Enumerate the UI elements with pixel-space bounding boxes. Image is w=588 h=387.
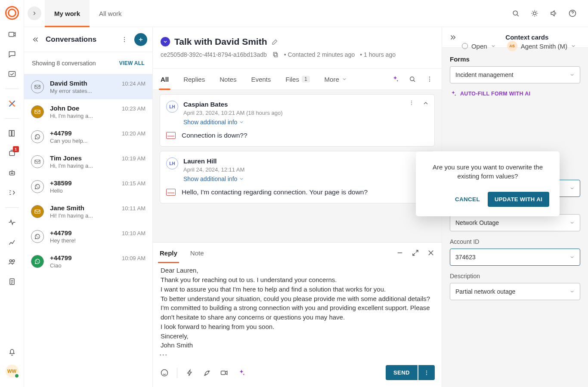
status-dropdown[interactable]: Open: [462, 43, 496, 50]
rail-people-icon[interactable]: [7, 257, 17, 267]
mail-icon: [31, 205, 44, 218]
composer-tab-reply[interactable]: Reply: [160, 243, 177, 263]
video-icon[interactable]: [220, 368, 229, 378]
edit-title-icon[interactable]: [271, 38, 279, 46]
search-icon[interactable]: [511, 8, 521, 18]
show-additional-info-link[interactable]: Show additional info: [183, 175, 244, 182]
rail-outbound-icon[interactable]: [7, 29, 17, 40]
rail-user-avatar[interactable]: WW: [6, 365, 19, 378]
svg-point-24: [429, 77, 430, 77]
launch-icon[interactable]: [202, 368, 212, 378]
app-logo[interactable]: [5, 6, 19, 20]
thread-more-icon[interactable]: [425, 75, 434, 83]
copy-uuid-icon[interactable]: [272, 51, 279, 58]
sender-line: Lauren Hill: [183, 157, 244, 165]
conversation-row[interactable]: John Doe10:23 AMHi, I'm having a...: [24, 99, 152, 124]
emoji-icon[interactable]: [160, 368, 169, 378]
tab-all[interactable]: All: [161, 69, 169, 89]
composer-signature-dots: •••: [160, 353, 435, 357]
tab-more[interactable]: More: [325, 69, 347, 89]
description-label: Description: [450, 273, 580, 280]
confirm-popover: Are you sure you want to overwrite the e…: [416, 151, 560, 216]
mail-icon: [31, 80, 44, 93]
send-more-button[interactable]: [418, 365, 435, 380]
conversation-name: Jane Smith: [50, 204, 84, 212]
composer-textarea[interactable]: Dear Lauren, Thank you for reaching out …: [160, 263, 435, 352]
rail-library-icon[interactable]: [7, 128, 17, 138]
quick-action-icon[interactable]: [185, 368, 195, 378]
popover-cancel-button[interactable]: CANCEL: [455, 196, 480, 203]
ai-sparkle-icon[interactable]: [391, 75, 399, 83]
theme-icon[interactable]: [529, 8, 540, 18]
rail-doc-icon[interactable]: [7, 276, 17, 287]
rail-chat-icon[interactable]: [7, 49, 17, 59]
message-timestamp: April 23, 2024, 10:21 AM (18 hours ago): [183, 110, 283, 116]
context-collapse-icon[interactable]: [449, 34, 457, 41]
conversation-time: 10:11 AM: [122, 205, 145, 212]
conversation-row[interactable]: David Smith10:24 AMMy error states...: [24, 74, 152, 99]
show-additional-info-link[interactable]: Show additional info: [183, 119, 283, 126]
rail-queue-icon[interactable]: [7, 148, 17, 158]
message-collapse-icon[interactable]: [422, 100, 429, 107]
conversation-row[interactable]: +3859910:15 AMHello: [24, 174, 152, 199]
incident-type-select[interactable]: Network Outage: [450, 214, 580, 231]
rail-notifications-icon[interactable]: [7, 347, 17, 357]
rail-pulse-icon[interactable]: [7, 217, 17, 227]
sidebar-more-icon[interactable]: [120, 35, 129, 44]
tab-my-work[interactable]: My work: [45, 0, 90, 27]
conversation-row[interactable]: +4479910:10 AMHey there!: [24, 224, 152, 249]
channel-mail-icon: [166, 132, 176, 139]
description-select[interactable]: Partial network outage: [450, 283, 580, 300]
rail-bot-icon[interactable]: [7, 168, 17, 178]
agent-avatar: AS: [507, 41, 517, 51]
svg-point-26: [429, 81, 430, 82]
popover-update-button[interactable]: UPDATE WITH AI: [488, 192, 549, 207]
account-id-select[interactable]: 374623: [450, 249, 580, 266]
sound-icon[interactable]: [548, 8, 559, 18]
message-more-icon[interactable]: [409, 100, 415, 107]
sidebar-collapse-icon[interactable]: [31, 35, 40, 44]
ai-assist-icon[interactable]: [237, 368, 246, 378]
autofill-link[interactable]: AUTO-FILL FORM WITH AI: [450, 90, 580, 97]
tab-notes[interactable]: Notes: [220, 69, 236, 89]
tab-events[interactable]: Events: [251, 69, 271, 89]
conversation-row[interactable]: Tim Jones10:19 AMHi, I'm having a...: [24, 149, 152, 174]
svg-point-35: [426, 370, 427, 371]
send-button[interactable]: SEND: [386, 365, 418, 380]
conversation-row[interactable]: +4479910:20 AMCan you help...: [24, 124, 152, 149]
composer-tab-note[interactable]: Note: [190, 243, 204, 263]
rail-inbox-icon[interactable]: [7, 69, 17, 79]
help-icon[interactable]: [567, 8, 578, 18]
thread-search-icon[interactable]: [408, 75, 417, 83]
rail-x-icon[interactable]: [7, 98, 17, 109]
conversation-row[interactable]: +4479910:09 AMCiao: [24, 249, 152, 274]
thread-title: Talk with David Smith: [174, 37, 267, 47]
svg-rect-1: [9, 71, 15, 77]
conversation-time: 10:23 AM: [122, 105, 145, 112]
composer-close-icon[interactable]: [427, 249, 435, 257]
conversation-name: +44799: [50, 129, 71, 137]
add-conversation-button[interactable]: [134, 33, 147, 46]
agent-dropdown[interactable]: AS Agent Smith (M): [507, 41, 576, 51]
svg-point-11: [513, 11, 517, 15]
whatsapp-icon: [31, 255, 44, 268]
conversation-time: 10:15 AM: [122, 180, 145, 187]
composer-minimize-icon[interactable]: [396, 249, 404, 257]
conversation-preview: Can you help...: [50, 138, 145, 144]
message-card: LHLauren Hill April 24, 2024, 12:11 AMSh…: [160, 151, 435, 203]
svg-rect-3: [12, 130, 14, 136]
rail-analytics-icon[interactable]: [7, 237, 17, 247]
message-card: LHCaspian Bates April 23, 2024, 10:21 AM…: [160, 94, 435, 147]
tab-replies[interactable]: Replies: [183, 69, 205, 89]
forms-select[interactable]: Incident management: [450, 66, 580, 83]
tab-files[interactable]: Files1: [285, 69, 309, 89]
conversation-row[interactable]: Jane Smith10:11 AMHi! I'm having a...: [24, 199, 152, 224]
tab-all-work[interactable]: All work: [90, 0, 131, 27]
nav-expand-button[interactable]: [28, 6, 41, 20]
svg-point-14: [124, 37, 125, 38]
rail-code-icon[interactable]: [7, 187, 17, 198]
forms-label: Forms: [450, 55, 580, 63]
composer-expand-icon[interactable]: [412, 249, 419, 257]
popover-text: Are you sure you want to overwrite the e…: [426, 163, 549, 181]
view-all-link[interactable]: VIEW ALL: [119, 60, 145, 66]
